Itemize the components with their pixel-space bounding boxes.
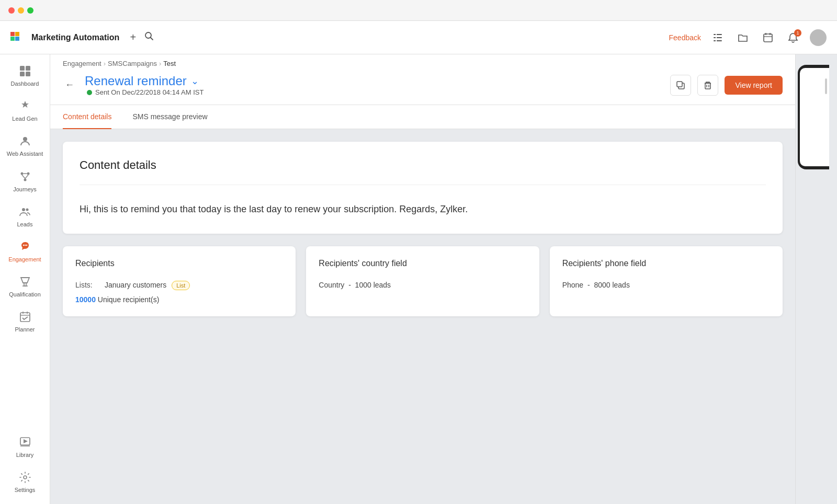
minimize-button[interactable] [18, 7, 24, 14]
content-details-card-title: Content details [80, 158, 766, 185]
sidebar-item-engagement[interactable]: Engagement [2, 234, 48, 268]
view-report-button[interactable]: View report [725, 76, 783, 95]
sidebar-item-planner[interactable]: Planner [2, 304, 48, 338]
search-icon[interactable] [144, 31, 154, 43]
engagement-icon [18, 239, 32, 254]
cards-row: Recipients Lists: January customers List… [63, 246, 783, 316]
breadcrumb-engagement[interactable]: Engagement [63, 60, 101, 67]
title-chevron-icon[interactable]: ⌄ [191, 75, 199, 87]
web-assistant-icon [18, 134, 32, 148]
tab-content-details[interactable]: Content details [63, 105, 111, 129]
country-field: Country - 1000 leads [319, 281, 391, 289]
qualification-icon [18, 274, 32, 289]
content-details-card: Content details Hi, this is to remind yo… [63, 142, 783, 234]
sidebar-item-settings[interactable]: Settings [2, 465, 48, 499]
add-tab-button[interactable]: + [126, 30, 140, 45]
engagement-label: Engagement [8, 256, 41, 263]
breadcrumb-sms-campaigns[interactable]: SMSCampaigns [108, 60, 157, 67]
svg-rect-2 [10, 37, 15, 41]
lead-gen-label: Lead Gen [12, 116, 37, 122]
list-name: January customers List [105, 281, 190, 289]
svg-rect-3 [15, 37, 19, 41]
unique-recipients: 10000 Unique recipient(s) [75, 295, 283, 304]
status-dot-icon [87, 90, 92, 95]
sidebar-item-library[interactable]: Library [2, 430, 48, 464]
content-area: Engagement › SMSCampaigns › Test ← Renew… [50, 54, 795, 504]
phone-title: Recipients' phone field [562, 259, 770, 268]
planner-icon [18, 310, 32, 324]
svg-point-22 [27, 172, 29, 175]
zoho-logo-icon [10, 32, 27, 43]
maximize-button[interactable] [27, 7, 33, 14]
sidebar-item-leads[interactable]: Leads [2, 199, 48, 233]
app-title: Marketing Automation [31, 33, 119, 42]
svg-rect-16 [20, 66, 25, 71]
svg-line-5 [151, 38, 153, 40]
settings-label: Settings [15, 487, 36, 494]
back-button[interactable]: ← [63, 77, 76, 93]
svg-marker-32 [21, 278, 29, 283]
svg-rect-44 [677, 82, 682, 87]
folder-icon[interactable] [734, 29, 751, 46]
country-title: Recipients' country field [319, 259, 526, 268]
notification-icon[interactable]: 1 [785, 29, 801, 46]
recipients-title: Recipients [75, 259, 283, 268]
lists-label: Lists: [75, 281, 96, 289]
page-title-text: Renewal reminder [85, 74, 187, 88]
phone-mockup-edge [798, 65, 829, 169]
svg-marker-41 [24, 439, 28, 443]
header-right: Feedback [669, 29, 827, 46]
unique-label: Unique recipient(s) [98, 295, 160, 304]
phone-card: Recipients' phone field Phone - 8000 lea… [550, 246, 783, 316]
svg-point-42 [24, 476, 27, 479]
sidebar-item-dashboard[interactable]: Dashboard [2, 59, 48, 93]
svg-point-30 [24, 245, 25, 246]
notification-badge: 1 [794, 29, 801, 37]
country-card: Recipients' country field Country - 1000… [306, 246, 539, 316]
sidebar-item-web-assistant[interactable]: Web Assistant [2, 129, 48, 163]
title-bar [0, 0, 837, 21]
traffic-lights [8, 7, 33, 14]
sidebar-bottom: Library Settings [2, 430, 48, 500]
close-button[interactable] [8, 7, 15, 14]
app-header: Marketing Automation + Feedback [0, 21, 837, 54]
svg-point-20 [23, 137, 27, 141]
sidebar-item-lead-gen[interactable]: Lead Gen [2, 94, 48, 128]
user-avatar[interactable] [810, 29, 827, 46]
svg-rect-12 [764, 34, 772, 42]
lead-gen-icon [18, 99, 32, 113]
web-assistant-label: Web Assistant [7, 151, 43, 157]
svg-rect-35 [20, 313, 30, 322]
feedback-link[interactable]: Feedback [669, 33, 701, 42]
svg-point-27 [22, 208, 25, 211]
sidebar-item-journeys[interactable]: Journeys [2, 164, 48, 198]
country-row: Country - 1000 leads [319, 281, 526, 289]
tabs-row: Content details SMS message preview [50, 105, 795, 129]
copy-button[interactable] [670, 75, 691, 96]
phone-scrollbar [825, 78, 827, 94]
qualification-label: Qualification [9, 291, 41, 298]
svg-point-28 [26, 208, 28, 211]
sub-header: Engagement › SMSCampaigns › Test ← Renew… [50, 54, 795, 105]
delete-button[interactable] [697, 75, 718, 96]
leads-icon [18, 204, 32, 219]
sidebar-item-qualification[interactable]: Qualification [2, 269, 48, 303]
unique-count: 10000 [75, 295, 96, 304]
svg-rect-9 [716, 34, 717, 35]
breadcrumb: Engagement › SMSCampaigns › Test [63, 60, 783, 67]
page-title-left: ← Renewal reminder ⌄ Sent On Dec/22/2018… [63, 74, 203, 96]
svg-rect-7 [714, 37, 722, 38]
dashboard-label: Dashboard [11, 81, 39, 87]
tab-sms-preview[interactable]: SMS message preview [132, 105, 207, 129]
svg-rect-17 [26, 66, 30, 71]
svg-point-29 [22, 245, 24, 246]
settings-icon [18, 470, 32, 485]
list-view-icon[interactable] [709, 29, 726, 46]
app-logo: Marketing Automation [10, 32, 119, 43]
svg-line-24 [22, 175, 25, 178]
leads-label: Leads [17, 221, 33, 228]
svg-rect-10 [716, 37, 717, 38]
svg-point-23 [24, 178, 26, 181]
recipients-card: Recipients Lists: January customers List… [63, 246, 296, 316]
calendar-icon[interactable] [760, 29, 776, 46]
